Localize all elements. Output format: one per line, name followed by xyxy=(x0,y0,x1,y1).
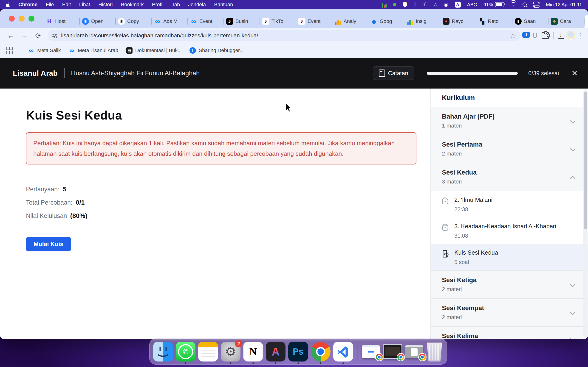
whatsapp-app-icon[interactable]: ✆ xyxy=(176,342,195,361)
keyboard-brightness-icon[interactable]: ∴ xyxy=(434,2,437,8)
extensions-puzzle-icon[interactable] xyxy=(542,32,549,39)
tab-events-manager[interactable]: ∞Event xyxy=(188,15,224,28)
bookmark-meta-lisanul-arab[interactable]: ∞Meta Lisanul Arab xyxy=(69,47,118,54)
chrome-menu-icon[interactable]: ⋮ xyxy=(577,32,583,40)
address-bar[interactable]: lisanularab.id/courses/kelas-balaghah-ra… xyxy=(48,30,520,41)
close-window-button[interactable] xyxy=(9,16,15,22)
menubar-item-edit[interactable]: Edit xyxy=(62,2,71,8)
menubar-item-tab[interactable]: Tab xyxy=(172,2,180,8)
lesson-isnad-al-khabari[interactable]: 3. Keadaan-Keadaan Isnad Al-Khabari 31:0… xyxy=(431,218,588,244)
section-sesi-pertama[interactable]: Sesi Pertama 2 materi xyxy=(431,135,588,163)
lesson-kuis-sesi-kedua[interactable]: Kuis Sesi Kedua 5 soal xyxy=(431,244,588,270)
menubar-item-chrome[interactable]: Chrome xyxy=(18,2,37,8)
tab-ads-manager[interactable]: ∞Ads M xyxy=(152,15,188,28)
minimized-chrome-window-1[interactable] xyxy=(362,345,380,358)
menubar-clock[interactable]: Min 12 Apr 01.11 xyxy=(546,2,582,7)
notes-app-icon[interactable] xyxy=(198,342,218,361)
menubar-item-histori[interactable]: Histori xyxy=(98,2,112,8)
tab-tag-manager[interactable]: ◆Goog xyxy=(368,15,404,28)
a-gradient-app-icon[interactable]: A xyxy=(266,342,285,361)
tab-list: HHosti ✳Open ✳Copy ∞Ads M ∞Event ♪Busin … xyxy=(44,15,588,28)
zoom-window-button[interactable] xyxy=(28,16,35,22)
extension-badge: 1 xyxy=(522,32,530,38)
tab-cara[interactable]: ❖Cara xyxy=(548,15,585,28)
forward-button[interactable]: → xyxy=(18,30,30,42)
lesson-ilmu-maani[interactable]: 2. 'Ilmu Ma'ani 22:38 xyxy=(431,191,588,218)
url-text[interactable]: lisanularab.id/courses/kelas-balaghah-ra… xyxy=(61,32,506,39)
status-dot-icon[interactable] xyxy=(393,2,396,8)
section-sesi-kedua[interactable]: Sesi Kedua 3 materi xyxy=(431,163,588,191)
minimized-chrome-window-3[interactable] xyxy=(405,345,423,358)
apps-grid-icon[interactable] xyxy=(6,47,12,54)
bookmark-dokumentasi[interactable]: ▤Dokumentasi | Buk... xyxy=(126,47,182,54)
meta-favicon: ∞ xyxy=(190,18,197,25)
tab-raycast[interactable]: ✦Rayc xyxy=(440,15,476,28)
bookmark-star-icon[interactable]: ☆ xyxy=(510,32,516,40)
tab-tiktok-business[interactable]: ♪Busin xyxy=(224,15,260,28)
trash-icon[interactable] xyxy=(426,342,443,361)
tab-analytics[interactable]: Analy xyxy=(332,15,368,28)
note-icon xyxy=(379,69,385,77)
minimize-window-button[interactable] xyxy=(19,16,25,22)
notion-app-icon[interactable]: N xyxy=(243,342,263,361)
back-button[interactable]: ← xyxy=(5,30,17,42)
tab-tiktok[interactable]: ♪TikTo xyxy=(260,15,296,28)
vscode-app-icon[interactable] xyxy=(333,342,353,361)
tab-retool[interactable]: ▚Reto xyxy=(476,15,512,28)
section-sesi-ketiga[interactable]: Sesi Ketiga 2 materi xyxy=(431,270,588,299)
ubersuggest-extension-icon[interactable]: U xyxy=(532,32,537,40)
tab-active-kuis[interactable]: ❖ K ✕ xyxy=(585,15,588,28)
section-sesi-kelima[interactable]: Sesi Kelima xyxy=(431,327,588,339)
bluetooth-icon[interactable]: ᛒ xyxy=(414,2,417,8)
curriculum-title: Kurikulum xyxy=(431,89,588,107)
menubar-item-bookmark[interactable]: Bookmark xyxy=(121,2,144,8)
finder-app-icon[interactable] xyxy=(153,342,173,361)
tab-chatgpt[interactable]: ✳Copy xyxy=(116,15,152,28)
bookmark-sharing-debugger[interactable]: fSharing Debugger... xyxy=(190,47,244,54)
menubar-item-bantuan[interactable]: Bantuan xyxy=(214,2,233,8)
page-scrollbar-thumb[interactable] xyxy=(584,92,587,229)
tab-openai[interactable]: ✳Open xyxy=(80,15,116,28)
apple-menu-icon[interactable] xyxy=(6,2,10,8)
settings-app-icon[interactable]: ⚙ 2 xyxy=(221,342,241,361)
notes-button[interactable]: Catatan xyxy=(373,67,415,80)
battery-indicator[interactable]: 91% xyxy=(484,2,504,7)
notification-app-icon[interactable] xyxy=(403,2,407,8)
focus-moon-icon[interactable]: ☾ xyxy=(423,2,428,8)
close-course-icon[interactable]: ✕ xyxy=(571,69,578,77)
photoshop-app-icon[interactable]: Ps xyxy=(288,342,308,361)
control-center-icon[interactable] xyxy=(533,2,540,8)
start-quiz-button[interactable]: Mulai Kuis xyxy=(26,237,71,251)
minimized-chrome-window-2[interactable] xyxy=(383,344,402,359)
spotlight-icon[interactable] xyxy=(523,2,527,8)
menu-bar: Chrome File Edit Lihat Histori Bookmark … xyxy=(0,0,588,9)
now-playing-icon[interactable]: ◉ xyxy=(444,2,448,8)
hostinger-favicon: H xyxy=(46,18,53,25)
menubar-item-file[interactable]: File xyxy=(46,2,54,8)
menubar-item-jendela[interactable]: Jendela xyxy=(188,2,206,8)
battery-percent: 91% xyxy=(484,2,493,7)
profile-avatar[interactable] xyxy=(566,31,575,40)
bookmark-meta-salik[interactable]: ∞Meta Salik xyxy=(28,47,61,54)
tab-tiktok-events[interactable]: ♪Event xyxy=(296,15,332,28)
section-sesi-keempat[interactable]: Sesi Keempat 2 materi xyxy=(431,299,588,327)
downloads-icon[interactable] xyxy=(558,32,565,39)
saans-favicon: ||| xyxy=(515,18,522,25)
wifi-icon[interactable] xyxy=(510,2,516,7)
tab-saans[interactable]: |||Saan xyxy=(512,15,548,28)
brand-logo[interactable]: Lisanul Arab xyxy=(13,69,58,77)
stats-meter-icon[interactable] xyxy=(382,2,387,8)
menubar-item-lihat[interactable]: Lihat xyxy=(79,2,90,8)
tab-insights[interactable]: Insig xyxy=(404,15,440,28)
input-source-icon[interactable]: A xyxy=(455,2,461,8)
tab-hostinger[interactable]: HHosti xyxy=(44,15,80,28)
video-icon xyxy=(441,223,449,232)
chrome-app-icon[interactable] xyxy=(311,342,330,361)
section-bahan-ajar[interactable]: Bahan Ajar (PDF) 1 materi xyxy=(431,107,588,135)
input-abc-label[interactable]: ABC xyxy=(467,2,477,8)
site-settings-icon[interactable] xyxy=(52,34,57,37)
battery-icon xyxy=(495,2,504,7)
reload-button[interactable]: ⟳ xyxy=(32,30,44,42)
menubar-item-profil[interactable]: Profil xyxy=(152,2,164,8)
notification-badge: 2 xyxy=(235,340,242,347)
